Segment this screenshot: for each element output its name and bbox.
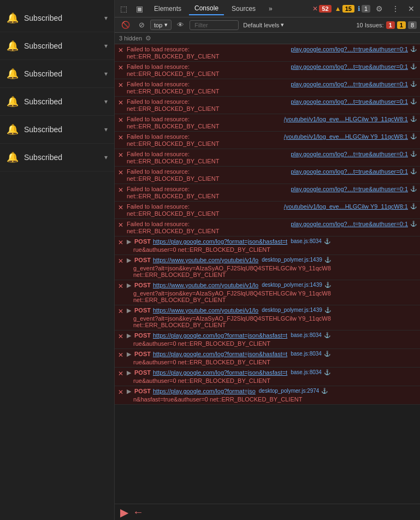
filter-toggle-icon[interactable]: ⊘ <box>135 20 148 30</box>
hidden-text: 3 hidden <box>119 35 142 42</box>
log-link-5[interactable]: /youtubei/v1/log_eve…HLGCilw Y9_11qcW8:1 <box>284 133 408 140</box>
post-anchor-icon-0[interactable]: ⚓ <box>324 238 330 244</box>
post-anchor-icon-2[interactable]: ⚓ <box>324 282 331 288</box>
context-selector[interactable]: top ▾ <box>150 20 171 30</box>
settings-gear-icon[interactable]: ⚙ <box>372 2 386 15</box>
log-entry-7: ✕ Failed to load resource: net::ERR_BLOC… <box>115 167 420 184</box>
log-content-1: Failed to load resource: net::ERR_BLOCKE… <box>127 63 291 77</box>
log-anchor-icon-1[interactable]: ⚓ <box>410 63 417 69</box>
post-collapse-arrow-4[interactable]: ▶ <box>127 332 131 339</box>
tab-elements[interactable]: Elements <box>149 3 187 15</box>
issues-warn-badge[interactable]: 1 <box>397 21 406 29</box>
log-anchor-icon-2[interactable]: ⚓ <box>410 81 417 87</box>
log-anchor-icon-10[interactable]: ⚓ <box>410 221 417 227</box>
log-link-6[interactable]: play.google.com/log?…t=true&authuser=0:1 <box>291 151 408 157</box>
log-link-9[interactable]: /youtubei/v1/log_eve…HLGCilw Y9_11qcW8:1 <box>284 203 408 210</box>
log-link-3[interactable]: play.google.com/log?…t=true&authuser=0:1 <box>291 98 408 105</box>
post-collapse-arrow-1[interactable]: ▶ <box>127 257 131 264</box>
log-link-7[interactable]: play.google.com/log?…t=true&authuser=0:1 <box>291 168 408 175</box>
post-link-6[interactable]: https://play.google.com/log?format=json&… <box>153 369 287 376</box>
sidebar-item-subscribed-4[interactable]: 🔔 Subscribed ▾ <box>0 88 114 116</box>
post-anchor-icon-3[interactable]: ⚓ <box>324 307 331 313</box>
log-anchor-icon-4[interactable]: ⚓ <box>410 116 417 122</box>
post-collapse-arrow-0[interactable]: ▶ <box>127 238 131 245</box>
close-icon[interactable]: ✕ <box>405 2 418 15</box>
post-link-3[interactable]: https://www.youtube.com/youtubei/v1/lo <box>153 307 258 314</box>
error-circle-icon-5: ✕ <box>118 134 123 141</box>
post-collapse-arrow-7[interactable]: ▶ <box>127 388 131 395</box>
warn-count-badge[interactable]: 15 <box>342 5 354 13</box>
issues-label: 10 Issues: <box>356 22 383 28</box>
post-right-6[interactable]: base.js:8034 <box>291 369 322 375</box>
log-anchor-icon-0[interactable]: ⚓ <box>410 46 417 52</box>
post-link-4[interactable]: https://play.google.com/log?format=json&… <box>153 332 287 339</box>
issues-info-badge[interactable]: 8 <box>408 21 417 29</box>
post-collapse-arrow-6[interactable]: ▶ <box>127 369 131 376</box>
log-anchor-icon-5[interactable]: ⚓ <box>410 133 417 139</box>
tab-sources[interactable]: Sources <box>226 3 261 15</box>
sidebar-item-subscribed-5[interactable]: 🔔 Subscribed ▾ <box>0 116 114 144</box>
log-anchor-icon-6[interactable]: ⚓ <box>410 151 417 157</box>
tab-console[interactable]: Console <box>189 2 224 15</box>
tab-more[interactable]: » <box>263 3 278 15</box>
post-right-1[interactable]: desktop_polymer.js:1439 <box>262 257 322 263</box>
post-right-7[interactable]: desktop_polymer.js:2974 <box>259 388 320 394</box>
post-collapse-arrow-5[interactable]: ▶ <box>127 351 131 358</box>
log-content-0: Failed to load resource: net::ERR_BLOCKE… <box>127 46 291 60</box>
log-link-1[interactable]: play.google.com/log?…t=true&authuser=0:1 <box>291 63 408 70</box>
post-link-7[interactable]: https://play.google.com/log?format=jso <box>153 388 256 394</box>
default-levels-dropdown[interactable]: Default levels ▾ <box>243 21 284 28</box>
post-multi-entry-3: ✕ ▶ POST https://www.youtube.com/youtube… <box>115 305 420 330</box>
sidebar-item-subscribed-3[interactable]: 🔔 Subscribed ▾ <box>0 60 114 88</box>
device-icon[interactable]: ▣ <box>133 2 146 15</box>
post-anchor-icon-4[interactable]: ⚓ <box>324 332 330 338</box>
log-link-8[interactable]: play.google.com/log?…t=true&authuser=0:1 <box>291 186 408 192</box>
sidebar-item-subscribed-1[interactable]: 🔔 Subscribed ▾ <box>0 4 114 32</box>
post-anchor-icon-6[interactable]: ⚓ <box>324 369 330 375</box>
log-link-0[interactable]: play.google.com/log?…t=true&authuser=0:1 <box>291 46 408 52</box>
hidden-settings-icon[interactable]: ⚙ <box>145 34 151 42</box>
issues-error-badge[interactable]: 1 <box>386 21 395 29</box>
left-arrow-icon[interactable]: ← <box>133 506 144 518</box>
post-link-5[interactable]: https://play.google.com/log?format=json&… <box>153 351 287 357</box>
eye-icon[interactable]: 👁 <box>174 20 187 30</box>
post-anchor-icon-7[interactable]: ⚓ <box>321 388 328 394</box>
post-link-0[interactable]: https://play.google.com/log?format=json&… <box>153 238 287 245</box>
filter-input[interactable] <box>190 20 239 30</box>
post-link-2[interactable]: https://www.youtube.com/youtubei/v1/lo <box>153 282 258 288</box>
subscribed-label-2: Subscribed <box>24 42 99 50</box>
post-line2-2: g_event?alt=json&key=AIzaSyAO_FJ2SlqU8Q4… <box>118 290 417 297</box>
more-options-icon[interactable]: ⋮ <box>388 2 403 15</box>
post-collapse-arrow-2[interactable]: ▶ <box>127 282 131 289</box>
post-right-4[interactable]: base.js:8034 <box>291 332 322 338</box>
subscribed-label-4: Subscribed <box>24 97 99 106</box>
post-anchor-icon-5[interactable]: ⚓ <box>324 351 330 357</box>
post-label-3: POST <box>134 307 151 314</box>
post-right-2[interactable]: desktop_polymer.js:1439 <box>262 282 322 288</box>
post-right-3[interactable]: desktop_polymer.js:1439 <box>262 307 322 313</box>
log-entry-3: ✕ Failed to load resource: net::ERR_BLOC… <box>115 97 420 114</box>
log-line2-5: net::ERR_BLOCKED_BY_CLIENT <box>127 140 284 147</box>
log-link-2[interactable]: play.google.com/log?…t=true&authuser=0:1 <box>291 81 408 87</box>
log-line1-1: Failed to load resource: <box>127 63 291 70</box>
post-right-5[interactable]: base.js:8034 <box>291 351 322 357</box>
post-anchor-icon-1[interactable]: ⚓ <box>324 257 331 263</box>
log-link-4[interactable]: /youtubei/v1/log_eve…HLGCilw Y9_11qcW8:1 <box>284 116 408 122</box>
inspect-icon[interactable]: ⬚ <box>117 2 131 15</box>
post-label-1: POST <box>134 257 151 263</box>
post-collapse-arrow-3[interactable]: ▶ <box>127 307 131 314</box>
log-anchor-icon-3[interactable]: ⚓ <box>410 98 417 104</box>
clear-icon[interactable]: 🚫 <box>118 20 133 30</box>
log-line2-2: net::ERR_BLOCKED_BY_CLIENT <box>127 88 291 94</box>
sidebar-item-subscribed-6[interactable]: 🔔 Subscribed ▾ <box>0 144 114 172</box>
sidebar-item-subscribed-2[interactable]: 🔔 Subscribed ▾ <box>0 32 114 60</box>
post-right-0[interactable]: base.js:8034 <box>291 238 322 244</box>
log-anchor-icon-8[interactable]: ⚓ <box>410 186 417 192</box>
info-count-badge[interactable]: 1 <box>362 5 370 13</box>
log-anchor-icon-9[interactable]: ⚓ <box>410 203 417 209</box>
post-link-1[interactable]: https://www.youtube.com/youtubei/v1/lo <box>153 257 258 263</box>
log-link-10[interactable]: play.google.com/log?…t=true&authuser=0:1 <box>291 221 408 227</box>
console-log-area[interactable]: ✕ Failed to load resource: net::ERR_BLOC… <box>115 44 420 504</box>
log-anchor-icon-7[interactable]: ⚓ <box>410 168 417 174</box>
error-count-badge[interactable]: 52 <box>319 5 331 13</box>
